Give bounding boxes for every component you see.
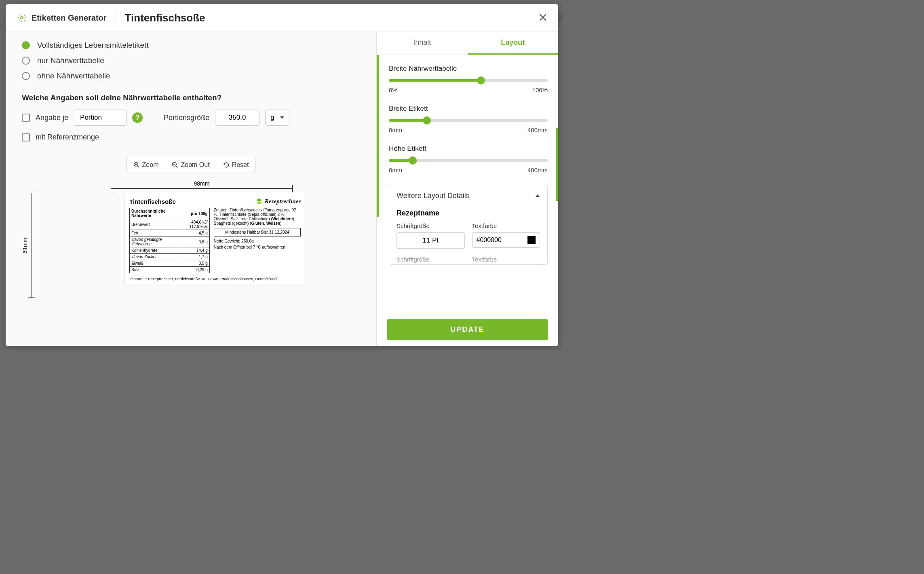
brand-logo: Rezeptrechner <box>255 197 301 205</box>
referenzmenge-label: mit Referenzmenge <box>36 133 99 141</box>
right-scroll-area[interactable]: Breite Nährwerttabelle 0% 100% Breite Et… <box>377 55 558 316</box>
help-icon[interactable]: ? <box>132 112 143 123</box>
zoom-out-icon <box>172 162 178 168</box>
zoom-in-icon <box>133 162 140 168</box>
preview-title: Tintenfischsoße <box>129 198 176 205</box>
color-input[interactable]: #000000 <box>472 232 540 248</box>
fontsize-label: Schriftgröße <box>397 222 465 229</box>
radio-full-label[interactable]: Vollständiges Lebensmitteletikett <box>22 38 360 53</box>
referenzmenge-checkbox[interactable] <box>22 133 30 141</box>
generator-icon <box>17 13 27 23</box>
radio-label: Vollständiges Lebensmitteletikett <box>37 41 149 50</box>
close-button[interactable] <box>539 12 547 24</box>
left-panel: Vollständiges Lebensmitteletikett nur Nä… <box>6 32 376 346</box>
tabs: Inhalt Layout <box>377 32 558 55</box>
scroll-indicator <box>556 128 558 201</box>
slider-thumb[interactable] <box>477 76 485 84</box>
modal-header: Etiketten Generator Tintenfischsoße <box>6 4 558 32</box>
slider-track[interactable] <box>389 79 548 82</box>
angabe-je-label: Angabe je <box>36 114 68 122</box>
zoom-reset-button[interactable]: Reset <box>216 157 255 173</box>
cutoff-row: Schriftgröße Textfarbe <box>389 256 547 264</box>
app-title: Etiketten Generator <box>32 13 107 23</box>
zoom-controls: Zoom Zoom Out Reset <box>127 157 256 173</box>
width-dimension: 98mm <box>111 180 293 189</box>
angabe-je-checkbox[interactable] <box>22 114 30 122</box>
color-label: Textfarbe <box>472 222 540 229</box>
radio-indicator <box>22 41 30 49</box>
preview-details: Zutaten: Tintenfischsauce - (Tomatenpüre… <box>214 208 301 273</box>
apple-icon <box>255 197 263 205</box>
slider-label: Höhe Etikett <box>389 145 548 153</box>
width-label: 98mm <box>194 180 210 187</box>
color-value: #000000 <box>477 236 524 244</box>
slider-label-width: Breite Etikett 0mm 400mm <box>389 105 548 133</box>
portion-label: Portionsgröße <box>164 114 209 122</box>
label-type-radios: Vollständiges Lebensmitteletikett nur Nä… <box>22 38 360 84</box>
close-icon <box>539 13 547 21</box>
best-before: Mindestens Haltbar Bis: 31.12.2024 <box>214 228 301 236</box>
recipe-name: Tintenfischsoße <box>125 12 205 24</box>
caret-down-icon <box>280 116 284 119</box>
height-dimension: 61mm <box>22 193 32 298</box>
label-preview: Tintenfischsoße Rezeptrechner Durchschni… <box>124 193 306 285</box>
nutrition-table: Durchschnittliche Nährwertepro 100g Bren… <box>129 208 210 273</box>
label-generator-modal: Etiketten Generator Tintenfischsoße Voll… <box>6 4 558 346</box>
unit-value: g <box>270 114 274 122</box>
storage-info: Nach dem Öffnen bei 7 °C aufbewahren. <box>214 245 301 249</box>
right-panel: Inhalt Layout Breite Nährwerttabelle 0% <box>376 32 558 346</box>
radio-indicator <box>22 57 30 65</box>
angabe-je-input[interactable] <box>74 110 127 126</box>
radio-indicator <box>22 72 30 80</box>
radio-nutrition-only[interactable]: nur Nährwerttabelle <box>22 53 360 68</box>
color-swatch <box>527 236 536 244</box>
zoom-in-button[interactable]: Zoom <box>127 157 165 173</box>
portion-size-input[interactable] <box>215 110 259 126</box>
height-label: 61mm <box>22 238 28 253</box>
unit-select[interactable]: g <box>265 110 289 126</box>
section-heading: Welche Angaben soll deine Nährwerttabell… <box>22 93 360 102</box>
slider-thumb[interactable] <box>423 116 431 125</box>
fontsize-input[interactable] <box>397 232 465 249</box>
accordion-subtitle: Rezeptname <box>397 209 540 217</box>
accordion-header[interactable]: Weitere Layout Details <box>389 185 547 207</box>
chevron-up-icon <box>535 194 540 197</box>
slider-track[interactable] <box>389 159 548 162</box>
layout-details-accordion: Weitere Layout Details Rezeptname Schrif… <box>389 185 548 265</box>
slider-track[interactable] <box>389 119 548 122</box>
radio-no-nutrition[interactable]: ohne Nährwerttabelle <box>22 68 360 84</box>
slider-thumb[interactable] <box>409 156 417 165</box>
reset-icon <box>223 162 230 168</box>
radio-label: nur Nährwerttabelle <box>37 56 104 65</box>
tab-inhalt[interactable]: Inhalt <box>377 32 468 55</box>
update-button[interactable]: UPDATE <box>387 319 548 340</box>
slider-label: Breite Etikett <box>389 105 548 113</box>
net-weight: Netto Gewicht: 250,0g <box>214 239 301 243</box>
scroll-indicator <box>377 55 379 217</box>
radio-label: ohne Nährwerttabelle <box>37 72 110 80</box>
zoom-out-button[interactable]: Zoom Out <box>165 157 216 173</box>
slider-label-height: Höhe Etikett 0mm 400mm <box>389 145 548 173</box>
importer-info: Importeur: Rezeptrechner, Betriebsstraße… <box>129 276 301 281</box>
header-divider <box>116 11 116 24</box>
svg-point-0 <box>21 17 23 19</box>
slider-label: Breite Nährwerttabelle <box>389 65 548 73</box>
slider-nutrition-width: Breite Nährwerttabelle 0% 100% <box>389 65 548 93</box>
tab-layout[interactable]: Layout <box>468 32 559 55</box>
